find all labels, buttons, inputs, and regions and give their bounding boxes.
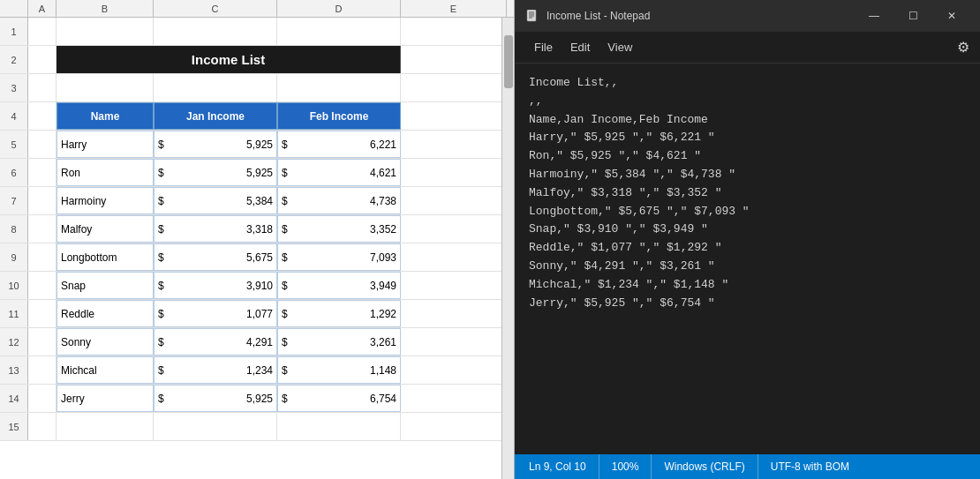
cell-feb-11[interactable]: $ 1,292 xyxy=(277,300,401,327)
cell-feb-8[interactable]: $ 3,352 xyxy=(277,215,401,243)
cell-2e[interactable] xyxy=(401,46,501,73)
dollar-sign: $ xyxy=(282,167,298,179)
cell-jan-12[interactable]: $ 4,291 xyxy=(154,328,277,356)
notepad-text-area[interactable]: Income List,, ,, Name,Jan Income,Feb Inc… xyxy=(515,64,980,454)
income-list-title: Income List xyxy=(57,46,401,73)
cell-1b[interactable] xyxy=(57,18,154,45)
feb-amount: 3,352 xyxy=(298,223,396,236)
feb-amount: 1,292 xyxy=(298,308,396,320)
cell-name-14[interactable]: Jerry xyxy=(57,385,154,412)
cell-feb-12[interactable]: $ 3,261 xyxy=(277,328,401,356)
cell-jan-11[interactable]: $ 1,077 xyxy=(154,300,277,327)
close-button[interactable]: ✕ xyxy=(934,4,969,28)
cell-1d[interactable] xyxy=(277,18,401,45)
cell-3e[interactable] xyxy=(401,74,501,101)
table-row: 7 Harmoiny $ 5,384 $ 4,738 xyxy=(0,187,501,215)
cell-jan-5[interactable]: $ 5,925 xyxy=(154,131,277,158)
col-header-a: A xyxy=(28,0,57,17)
notepad-statusbar: Ln 9, Col 10 100% Windows (CRLF) UTF-8 w… xyxy=(515,454,980,479)
cell-12a[interactable] xyxy=(28,328,57,356)
header-feb: Feb Income xyxy=(277,102,401,130)
menu-edit[interactable]: Edit xyxy=(562,37,599,57)
dollar-sign: $ xyxy=(158,138,174,151)
cell-10a[interactable] xyxy=(28,272,57,299)
cell-feb-5[interactable]: $ 6,221 xyxy=(277,131,401,158)
cell-name-6[interactable]: Ron xyxy=(57,159,154,186)
cell-15b[interactable] xyxy=(57,413,154,440)
feb-amount: 6,754 xyxy=(298,393,396,405)
cell-5a[interactable] xyxy=(28,131,57,158)
scrollbar-thumb[interactable] xyxy=(504,35,513,88)
cell-name-9[interactable]: Longbottom xyxy=(57,243,154,271)
cell-jan-9[interactable]: $ 5,675 xyxy=(154,243,277,271)
cell-jan-8[interactable]: $ 3,318 xyxy=(154,215,277,243)
dollar-sign: $ xyxy=(158,308,174,320)
cell-2a[interactable] xyxy=(28,46,57,73)
cell-14a[interactable] xyxy=(28,385,57,412)
cell-name-7[interactable]: Harmoiny xyxy=(57,187,154,214)
feb-amount: 1,148 xyxy=(298,364,396,377)
vertical-scrollbar[interactable] xyxy=(501,18,514,479)
cell-jan-13[interactable]: $ 1,234 xyxy=(154,356,277,384)
cell-3a[interactable] xyxy=(28,74,57,101)
cell-feb-10[interactable]: $ 3,949 xyxy=(277,272,401,299)
cell-feb-13[interactable]: $ 1,148 xyxy=(277,356,401,384)
settings-icon[interactable]: ⚙ xyxy=(957,39,969,56)
cell-feb-14[interactable]: $ 6,754 xyxy=(277,385,401,412)
cell-9a[interactable] xyxy=(28,243,57,271)
cell-jan-10[interactable]: $ 3,910 xyxy=(154,272,277,299)
row-number: 15 xyxy=(0,413,28,440)
dollar-sign: $ xyxy=(158,280,174,292)
cell-8e[interactable] xyxy=(401,215,501,243)
cell-10e[interactable] xyxy=(401,272,501,299)
cell-4a[interactable] xyxy=(28,102,57,130)
cell-feb-9[interactable]: $ 7,093 xyxy=(277,243,401,271)
maximize-button[interactable]: ☐ xyxy=(895,4,931,28)
cell-12e[interactable] xyxy=(401,328,501,356)
cell-name-5[interactable]: Harry xyxy=(57,131,154,158)
dollar-sign: $ xyxy=(158,167,174,179)
cell-4e[interactable] xyxy=(401,102,501,130)
window-controls[interactable]: — ☐ ✕ xyxy=(856,4,969,28)
cell-13a[interactable] xyxy=(28,356,57,384)
dollar-sign: $ xyxy=(158,336,174,348)
cell-1c[interactable] xyxy=(154,18,277,45)
excel-rows: 1 2 Income List 3 xyxy=(0,18,501,479)
cursor-position: Ln 9, Col 10 xyxy=(529,454,599,479)
cell-15e[interactable] xyxy=(401,413,501,440)
cell-15c[interactable] xyxy=(154,413,277,440)
cell-name-8[interactable]: Malfoy xyxy=(57,215,154,243)
cell-jan-14[interactable]: $ 5,925 xyxy=(154,385,277,412)
cell-6a[interactable] xyxy=(28,159,57,186)
cell-feb-6[interactable]: $ 4,621 xyxy=(277,159,401,186)
menu-view[interactable]: View xyxy=(599,37,641,57)
cell-15a[interactable] xyxy=(28,413,57,440)
minimize-button[interactable]: — xyxy=(856,4,892,28)
cell-3b[interactable] xyxy=(57,74,154,101)
cell-5e[interactable] xyxy=(401,131,501,158)
excel-body: 1 2 Income List 3 xyxy=(0,18,514,479)
cell-name-11[interactable]: Reddle xyxy=(57,300,154,327)
cell-3c[interactable] xyxy=(154,74,277,101)
cell-9e[interactable] xyxy=(401,243,501,271)
cell-1a[interactable] xyxy=(28,18,57,45)
cell-jan-6[interactable]: $ 5,925 xyxy=(154,159,277,186)
cell-11e[interactable] xyxy=(401,300,501,327)
cell-6e[interactable] xyxy=(401,159,501,186)
cell-14e[interactable] xyxy=(401,385,501,412)
cell-15d[interactable] xyxy=(277,413,401,440)
cell-3d[interactable] xyxy=(277,74,401,101)
cell-11a[interactable] xyxy=(28,300,57,327)
cell-name-10[interactable]: Snap xyxy=(57,272,154,299)
cell-7a[interactable] xyxy=(28,187,57,214)
dollar-sign: $ xyxy=(282,336,298,348)
cell-1e[interactable] xyxy=(401,18,501,45)
cell-feb-7[interactable]: $ 4,738 xyxy=(277,187,401,214)
cell-name-13[interactable]: Michcal xyxy=(57,356,154,384)
menu-file[interactable]: File xyxy=(525,37,562,57)
cell-8a[interactable] xyxy=(28,215,57,243)
cell-name-12[interactable]: Sonny xyxy=(57,328,154,356)
cell-13e[interactable] xyxy=(401,356,501,384)
cell-jan-7[interactable]: $ 5,384 xyxy=(154,187,277,214)
cell-7e[interactable] xyxy=(401,187,501,214)
